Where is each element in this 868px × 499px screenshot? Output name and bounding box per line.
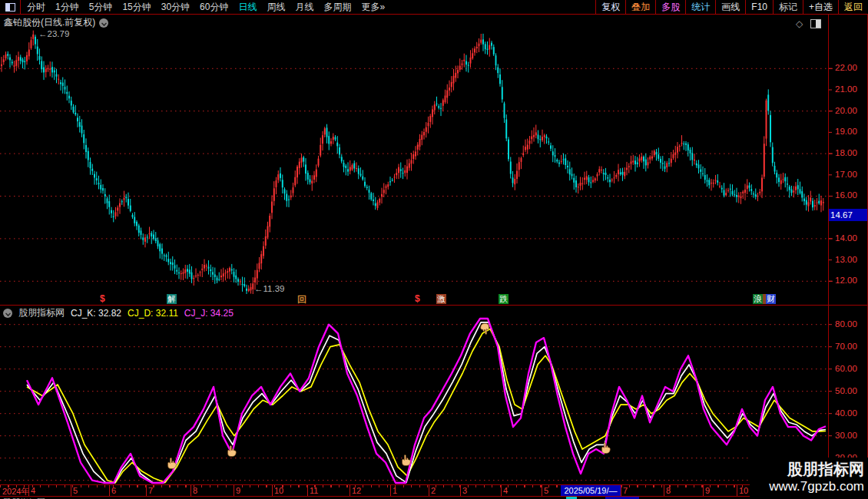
month-divider — [146, 485, 147, 496]
indicator-k-value: CJ_K: 32.82 — [71, 308, 121, 319]
indicator-axis-label: 50.00 — [835, 386, 857, 395]
month-label: 4 — [31, 486, 35, 495]
menu-item-日线[interactable]: 日线 — [238, 1, 257, 14]
event-marker-浪: 浪 — [753, 294, 763, 304]
menu-item-月线[interactable]: 月线 — [295, 1, 313, 14]
high-price-label: ←23.79 — [38, 29, 69, 38]
month-label: 7 — [623, 486, 628, 495]
window-split-icon[interactable] — [810, 19, 821, 28]
month-divider — [190, 485, 191, 496]
watermark: 股朋指标网 www.7gpzb.com — [750, 458, 868, 499]
month-divider — [272, 485, 273, 496]
menu-item-多股[interactable]: 多股 — [656, 0, 686, 14]
hand-signal-icon-up — [168, 458, 177, 468]
menu-item-复权[interactable]: 复权 — [596, 0, 626, 14]
month-divider — [71, 485, 71, 496]
price-axis-label: 16.00 — [835, 190, 857, 200]
menu-item-多周期[interactable]: 多周期 — [323, 1, 351, 14]
month-divider — [664, 485, 664, 496]
month-divider — [234, 485, 234, 496]
month-label: 9 — [236, 486, 240, 495]
watermark-site-name: 股朋指标网 — [750, 460, 864, 478]
month-label: 8 — [193, 486, 197, 495]
event-marker-财: 财 — [766, 294, 776, 304]
month-label: 2 — [431, 486, 436, 495]
chart-title-row: 鑫铂股份(日线.前复权) — [4, 16, 108, 29]
month-divider — [109, 485, 110, 496]
menu-item-60分钟[interactable]: 60分钟 — [200, 1, 228, 14]
month-divider — [542, 485, 542, 496]
menu-item-统计[interactable]: 统计 — [686, 0, 716, 14]
indicator-name: 股朋指标网 — [18, 306, 65, 319]
menu-item-标记[interactable]: 标记 — [774, 0, 803, 14]
indicator-axis-label: 60.00 — [835, 364, 857, 373]
menu-item-返回[interactable]: 返回 — [839, 0, 868, 14]
month-divider — [307, 485, 308, 496]
menu-item-30分钟[interactable]: 30分钟 — [161, 1, 190, 14]
month-divider — [737, 485, 737, 496]
menu-item-分时[interactable]: 分时 — [27, 1, 45, 14]
menu-item-+自选[interactable]: +自选 — [803, 0, 839, 14]
split-screen-icon — [5, 3, 15, 12]
price-axis-label: 17.00 — [835, 170, 857, 179]
event-marker-激: 激 — [436, 294, 446, 304]
date-axis: 2024年 4567891011121234578910 2025/05/19/… — [0, 485, 868, 496]
month-label: 5 — [544, 486, 548, 495]
price-axis-label: 13.00 — [835, 255, 857, 264]
indicator-chevron-icon[interactable] — [3, 309, 12, 318]
month-label: 1 — [393, 486, 397, 495]
month-divider — [703, 485, 704, 496]
low-price-label: ←11.39 — [254, 284, 284, 293]
price-axis-label: 12.00 — [835, 276, 857, 285]
price-axis-label: 22.00 — [835, 63, 857, 72]
chevron-down-icon[interactable] — [99, 18, 108, 28]
indicator-axis-label: 70.00 — [835, 342, 857, 351]
month-label: 9 — [705, 486, 710, 495]
tools-menu: 复权叠加多股统计画线F10标记+自选返回 — [595, 0, 868, 14]
watermark-url: www.7gpzb.com — [750, 478, 864, 495]
selected-date-box: 2025/05/19/— — [561, 485, 621, 496]
indicator-j-value: CJ_J: 34.25 — [184, 308, 234, 319]
menu-item-周线[interactable]: 周线 — [267, 1, 285, 14]
month-divider — [460, 485, 461, 496]
event-marker-$: $ — [415, 293, 420, 304]
hand-signal-icon-up — [403, 454, 411, 465]
menu-item-1分钟[interactable]: 1分钟 — [55, 1, 79, 14]
month-label: 5 — [73, 486, 78, 495]
stock-title: 鑫铂股份(日线.前复权) — [4, 16, 95, 29]
month-label: 10 — [739, 486, 748, 495]
month-label: 12 — [352, 486, 361, 495]
menu-item-15分钟[interactable]: 15分钟 — [122, 1, 151, 14]
price-axis-label: 14.00 — [835, 233, 857, 243]
month-label: 4 — [503, 486, 508, 495]
menu-item-F10[interactable]: F10 — [746, 0, 774, 14]
date-axis-ticks — [0, 485, 828, 487]
month-divider — [429, 485, 429, 496]
chart-canvas — [0, 0, 868, 499]
price-axis-label: 18.00 — [835, 148, 857, 157]
month-divider — [501, 485, 502, 496]
month-label: 6 — [111, 486, 116, 495]
indicator-axis-label: 40.00 — [835, 408, 857, 418]
menu-item-5分钟[interactable]: 5分钟 — [89, 1, 113, 14]
price-axis-label: 20.00 — [835, 106, 857, 115]
event-marker-跌: 跌 — [499, 294, 509, 304]
layout-icon-cell[interactable] — [0, 0, 21, 14]
indicator-axis-label: 80.00 — [835, 319, 857, 329]
month-divider — [390, 485, 391, 496]
top-menubar: 分时1分钟5分钟15分钟30分钟60分钟日线周线月线多周期更多» 复权叠加多股统… — [0, 0, 868, 15]
menu-item-叠加[interactable]: 叠加 — [626, 0, 656, 14]
indicator-header: 股朋指标网 CJ_K: 32.82 CJ_D: 32.11 CJ_J: 34.2… — [3, 306, 234, 319]
month-label: 8 — [666, 486, 671, 495]
event-marker-解: 解 — [167, 294, 177, 304]
diamond-icon[interactable]: ◇ — [796, 18, 803, 29]
indicator-axis-label: 30.00 — [835, 431, 857, 440]
menu-item-更多»[interactable]: 更多» — [361, 1, 385, 14]
event-marker-$: $ — [100, 293, 105, 304]
month-divider — [28, 485, 29, 496]
month-label: 11 — [310, 486, 318, 495]
price-axis-label: 21.00 — [835, 84, 857, 94]
month-label: 7 — [148, 486, 153, 495]
menu-item-画线[interactable]: 画线 — [716, 0, 746, 14]
month-divider — [350, 485, 350, 496]
